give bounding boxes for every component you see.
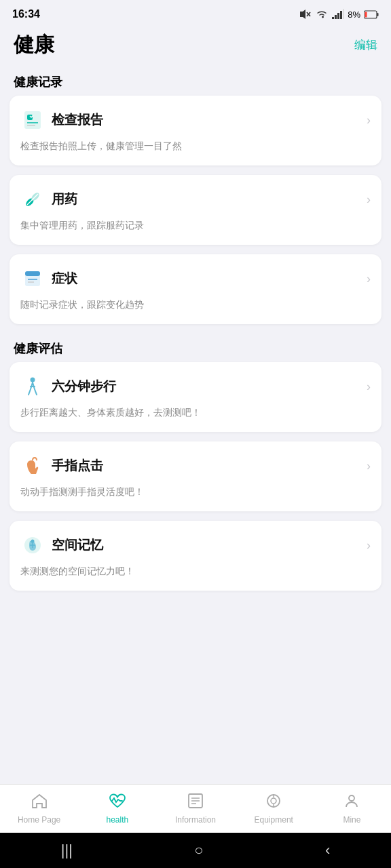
scroll-area: 健康记录 检查报告 › 检查报告拍照上传，健康管理一目了然 [0, 67, 391, 784]
memory-title: 空间记忆 [52, 536, 103, 554]
wifi-icon [315, 9, 329, 20]
svg-rect-11 [24, 111, 41, 129]
edit-button[interactable]: 编辑 [354, 37, 377, 53]
walk-title: 六分钟步行 [52, 378, 116, 395]
symptom-desc: 随时记录症状，跟踪变化趋势 [20, 298, 371, 312]
svg-point-22 [31, 378, 35, 382]
tab-mine-label: Mine [343, 815, 360, 825]
walk-icon [20, 374, 45, 399]
card-walk[interactable]: 六分钟步行 › 步行距离越大、身体素质越好，去测测吧！ [10, 362, 381, 432]
memory-chevron: › [367, 538, 371, 553]
section-label-records: 健康记录 [0, 67, 391, 96]
symptom-title: 症状 [52, 270, 77, 288]
medicine-desc: 集中管理用药，跟踪服药记录 [20, 218, 371, 233]
symptom-chevron: › [367, 272, 371, 286]
tab-equipment-label: Equipment [255, 815, 293, 825]
medicine-chevron: › [367, 193, 371, 207]
svg-rect-3 [332, 17, 334, 19]
medicine-title: 用药 [52, 191, 77, 208]
svg-line-17 [27, 194, 38, 205]
equipment-icon [265, 793, 282, 813]
card-finger[interactable]: 手指点击 › 动动手指测测手指灵活度吧！ [10, 441, 381, 511]
health-icon [108, 793, 127, 813]
report-title: 检查报告 [52, 111, 103, 129]
card-report[interactable]: 检查报告 › 检查报告拍照上传，健康管理一目了然 [10, 96, 381, 165]
medicine-icon [20, 187, 45, 212]
status-time: 16:34 [12, 8, 40, 20]
svg-rect-10 [365, 12, 367, 17]
page-header: 健康 编辑 [0, 26, 391, 67]
finger-title: 手指点击 [52, 457, 103, 475]
report-icon [20, 108, 45, 132]
svg-rect-4 [335, 15, 337, 19]
svg-point-24 [31, 540, 35, 543]
battery-icon [364, 10, 379, 19]
tab-mine[interactable]: Mine [313, 785, 391, 833]
nav-home-button[interactable]: ○ [194, 842, 203, 859]
section-label-eval: 健康评估 [0, 334, 391, 362]
tab-information-label: Information [175, 815, 216, 825]
signal-icon [332, 9, 344, 20]
finger-chevron: › [367, 459, 371, 473]
tab-bar: Home Page health Information [0, 784, 391, 833]
mute-icon [299, 9, 312, 20]
card-symptom[interactable]: 症状 › 随时记录症状，跟踪变化趋势 [10, 254, 381, 324]
finger-desc: 动动手指测测手指灵活度吧！ [20, 485, 371, 499]
tab-equipment[interactable]: Equipment [235, 785, 313, 833]
report-chevron: › [367, 113, 371, 127]
status-bar: 16:34 8% [0, 0, 391, 26]
svg-rect-7 [343, 9, 344, 19]
tab-home-label: Home Page [18, 815, 60, 825]
symptom-icon [20, 267, 45, 291]
card-memory[interactable]: 空间记忆 › 来测测您的空间记忆力吧！ [10, 521, 381, 591]
nav-bar: ||| ○ ‹ [0, 833, 391, 868]
tab-information[interactable]: Information [156, 785, 234, 833]
report-desc: 检查报告拍照上传，健康管理一目了然 [20, 139, 371, 153]
status-icons: 8% [299, 9, 379, 20]
tab-health-label: health [106, 815, 128, 825]
nav-back-button[interactable]: ||| [61, 842, 73, 859]
memory-icon [20, 533, 45, 557]
svg-point-35 [349, 795, 354, 801]
battery-text: 8% [348, 9, 360, 20]
svg-rect-6 [340, 11, 342, 19]
card-medicine[interactable]: 用药 › 集中管理用药，跟踪服药记录 [10, 175, 381, 245]
page-title: 健康 [14, 31, 54, 59]
tab-home[interactable]: Home Page [0, 785, 78, 833]
svg-rect-19 [25, 271, 40, 276]
home-icon [31, 793, 48, 813]
finger-icon [20, 454, 45, 478]
nav-recents-button[interactable]: ‹ [325, 842, 330, 859]
svg-marker-0 [300, 9, 305, 19]
walk-chevron: › [367, 380, 371, 394]
memory-desc: 来测测您的空间记忆力吧！ [20, 564, 371, 578]
tab-health[interactable]: health [78, 785, 156, 833]
svg-rect-9 [377, 13, 379, 16]
mine-icon [343, 793, 360, 813]
svg-rect-5 [337, 13, 339, 19]
walk-desc: 步行距离越大、身体素质越好，去测测吧！ [20, 406, 371, 420]
svg-point-32 [271, 798, 276, 804]
information-icon [187, 793, 204, 813]
